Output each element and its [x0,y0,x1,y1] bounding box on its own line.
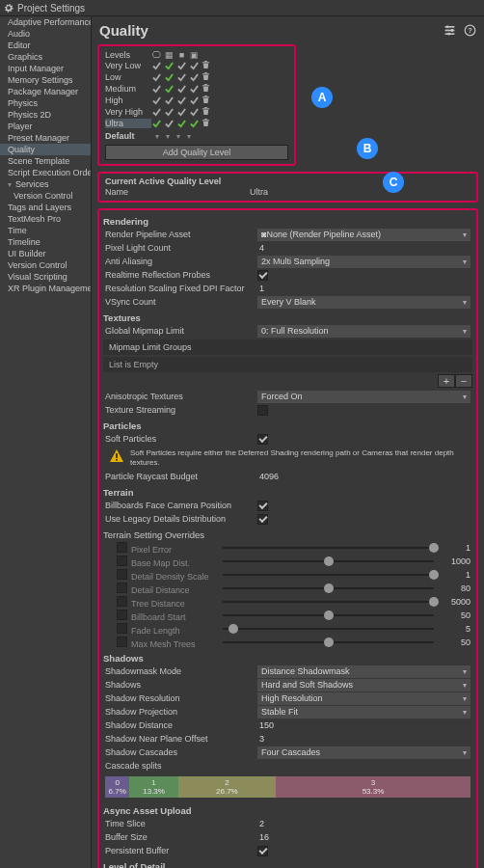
slider-billboard-start[interactable]: Billboard Start50 [103,609,472,622]
particles-header: Particles [103,417,472,432]
current-active-box: Current Active Quality Level Name Ultra [97,172,478,203]
buffer-size[interactable]: 16 [257,832,471,842]
quality-level-very-low[interactable]: Very Low [105,60,288,71]
shadowmask-dropdown[interactable]: Distance Shadowmask [257,665,471,678]
realtime-reflection-checkbox[interactable] [257,270,268,281]
list-remove-button[interactable]: − [455,374,472,388]
shadow-cascades-dropdown[interactable]: Four Cascades [257,746,471,759]
textures-header: Textures [103,309,472,324]
preset-icon[interactable] [444,24,456,37]
shadow-proj-dropdown[interactable]: Stable Fit [257,706,471,719]
sidebar-item-version-control[interactable]: Version Control [0,259,91,271]
sidebar-item-player[interactable]: Player [0,121,91,132]
terrain-header: Terrain [103,483,472,499]
quality-level-low[interactable]: Low [105,71,288,83]
slider-base-map-dist-[interactable]: Base Map Dist.1000 [103,555,472,568]
sidebar-item-textmesh-pro[interactable]: TextMesh Pro [0,213,91,225]
trash-icon[interactable] [202,72,210,83]
quality-level-ultra[interactable]: Ultra [105,118,288,129]
trash-icon[interactable] [202,119,210,129]
soft-particles-checkbox[interactable] [257,434,268,445]
sidebar-item-xr-plugin-management[interactable]: XR Plugin Management [0,283,91,294]
sidebar-item-ui-builder[interactable]: UI Builder [0,248,91,259]
cascade-segment-1[interactable]: 113.3% [129,776,177,798]
dpi-factor-value[interactable]: 1 [257,284,471,293]
slider-max-mesh-trees[interactable]: Max Mesh Trees50 [103,636,472,649]
gear-icon [4,3,13,13]
render-pipeline-field[interactable]: ◙ None (Render Pipeline Asset) [257,229,471,241]
vsync-dropdown[interactable]: Every V Blank [257,296,471,309]
rendering-header: Rendering [103,212,472,228]
aniso-dropdown[interactable]: Forced On [257,391,471,403]
svg-rect-8 [116,453,118,458]
sidebar-item-editor[interactable]: Editor [0,40,91,51]
shadows-dropdown[interactable]: Hard and Soft Shadows [257,679,471,692]
properties-box: Rendering Render Pipeline Asset◙ None (R… [97,208,478,868]
slider-pixel-error[interactable]: Pixel Error1 [103,541,472,555]
current-active-title: Current Active Quality Level [105,176,471,186]
shadow-distance[interactable]: 150 [257,720,471,730]
legacy-details-checkbox[interactable] [257,514,268,525]
sidebar-item-scene-template[interactable]: Scene Template [0,155,91,167]
texture-streaming-checkbox[interactable] [257,405,268,416]
sidebar-item-time[interactable]: Time [0,225,91,236]
svg-point-5 [447,33,450,36]
sidebar-item-package-manager[interactable]: Package Manager [0,86,91,97]
shadow-res-dropdown[interactable]: High Resolution [257,692,471,705]
callout-a: A [311,87,333,108]
raycast-budget[interactable]: 4096 [257,472,471,481]
page-title: Quality [99,22,148,39]
trash-icon[interactable] [202,95,210,106]
sidebar-item-services[interactable]: ▾Services [0,178,91,190]
sidebar-item-physics[interactable]: Physics [0,97,91,109]
sidebar-item-timeline[interactable]: Timeline [0,236,91,248]
help-icon[interactable]: ? [464,24,476,37]
callout-b: B [357,138,378,159]
anti-aliasing-dropdown[interactable]: 2x Multi Sampling [257,256,471,268]
svg-point-4 [450,29,453,32]
sidebar-item-audio[interactable]: Audio [0,28,91,40]
svg-text:?: ? [468,26,472,35]
window-title: Project Settings [17,3,85,14]
mipmap-groups-label: Mipmap Limit Groups [103,339,472,355]
soft-particles-warning: Soft Particles require either the Deferr… [103,446,472,470]
time-slice[interactable]: 2 [257,819,471,828]
cascade-segment-0[interactable]: 06.7% [105,776,129,798]
add-quality-level-button[interactable]: Add Quality Level [105,145,288,160]
sidebar-item-preset-manager[interactable]: Preset Manager [0,132,91,144]
slider-fade-length[interactable]: Fade Length5 [103,622,472,636]
trash-icon[interactable] [202,107,210,118]
sidebar-item-version-control[interactable]: Version Control [0,190,91,202]
slider-detail-density-scale[interactable]: Detail Density Scale1 [103,568,472,582]
cascade-splits-bar[interactable]: 06.7%113.3%226.7%353.3% [105,776,471,798]
sidebar-item-physics-2d[interactable]: Physics 2D [0,109,91,121]
name-label: Name [105,187,250,197]
sidebar-item-adaptive-performance[interactable]: Adaptive Performance [0,16,91,28]
quality-level-very-high[interactable]: Very High [105,106,288,118]
quality-level-high[interactable]: High [105,95,288,106]
slider-detail-distance[interactable]: Detail Distance80 [103,582,472,595]
sidebar-item-input-manager[interactable]: Input Manager [0,63,91,74]
trash-icon[interactable] [202,84,210,95]
cascade-segment-2[interactable]: 226.7% [178,776,276,798]
shadow-near[interactable]: 3 [257,734,471,744]
sidebar-item-quality[interactable]: Quality [0,144,91,155]
sidebar-item-memory-settings[interactable]: Memory Settings [0,74,91,86]
levels-box: Levels 🖵▦■▣ Very LowLowMediumHighVery Hi… [97,44,296,166]
settings-category-sidebar: Adaptive PerformanceAudioEditorGraphicsI… [0,16,92,868]
sidebar-item-tags-and-layers[interactable]: Tags and Layers [0,202,91,213]
quality-level-medium[interactable]: Medium [105,83,288,95]
billboards-checkbox[interactable] [257,501,268,511]
pixel-light-value[interactable]: 4 [257,243,471,253]
list-add-button[interactable]: + [438,374,455,388]
name-value: Ultra [250,187,268,197]
sidebar-item-graphics[interactable]: Graphics [0,51,91,63]
persistent-buffer-checkbox[interactable] [257,846,268,856]
sidebar-item-script-execution-order[interactable]: Script Execution Order [0,167,91,178]
trash-icon[interactable] [202,61,210,71]
sidebar-item-visual-scripting[interactable]: Visual Scripting [0,271,91,283]
mipmap-limit-dropdown[interactable]: 0: Full Resolution [257,325,471,338]
callout-c: C [383,172,404,193]
cascade-segment-3[interactable]: 353.3% [276,776,471,798]
slider-tree-distance[interactable]: Tree Distance5000 [103,595,472,609]
